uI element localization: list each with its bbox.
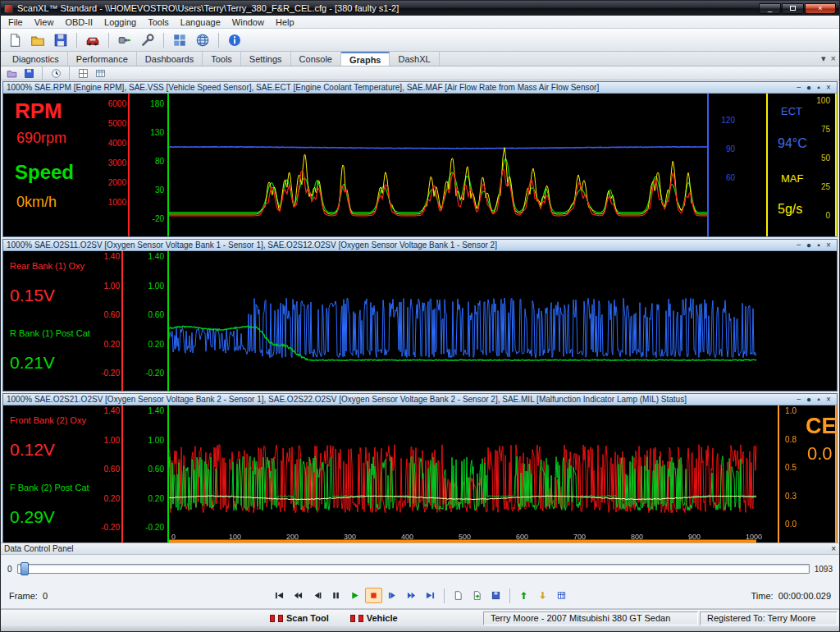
skip-end-button[interactable] — [422, 588, 439, 603]
o2s21-axis-tick: 0.60 — [104, 465, 120, 474]
o2s12-axis-tick: 0.60 — [148, 311, 164, 319]
save-graph-layout-button[interactable] — [21, 67, 36, 80]
rpm-label: RPM — [15, 98, 62, 124]
frame-slider-track[interactable] — [17, 564, 810, 574]
play-button[interactable] — [346, 588, 363, 603]
menu-item[interactable]: Window — [226, 16, 270, 28]
scan-tool-status: Scan Tool — [270, 613, 329, 623]
vehicle-label: Vehicle — [367, 613, 398, 623]
x-axis-tick: 900 — [688, 533, 701, 541]
mil-value: 0.0 — [807, 443, 833, 465]
panel-close-icon[interactable]: × — [824, 240, 833, 250]
panel-collapse-icon[interactable]: − — [794, 83, 804, 93]
o2-bank1-plot[interactable] — [169, 251, 837, 391]
rpm-speed-ect-maf-plot[interactable] — [169, 94, 707, 236]
view-tab[interactable]: Performance — [68, 52, 137, 66]
panel-restore-icon[interactable]: ● — [804, 240, 814, 250]
save-log-button[interactable] — [487, 588, 504, 603]
o2-bank2-mil-plot[interactable] — [169, 405, 776, 545]
scan-tool-led-icon — [270, 615, 275, 622]
data-control-close-icon[interactable]: × — [831, 544, 836, 553]
panel-restore-icon[interactable]: ● — [804, 83, 814, 93]
maf-axis-tick: 0 — [825, 212, 830, 220]
menu-item[interactable]: Help — [270, 16, 300, 28]
download-data-button[interactable] — [534, 588, 551, 603]
export-log-button[interactable] — [468, 588, 486, 603]
menu-item[interactable]: View — [29, 16, 60, 28]
step-forward-button[interactable] — [384, 588, 401, 603]
view-tab[interactable]: Tools — [203, 52, 241, 66]
view-tab[interactable]: Diagnostics — [4, 52, 68, 66]
panel-close-icon[interactable]: × — [824, 395, 833, 405]
graph-panel-o2-bank1: 1000% SAE.O2S11.O2SV [Oxygen Sensor Volt… — [2, 239, 838, 392]
mil-axis-tick: 0.0 — [785, 520, 797, 529]
maf-axis-tick: 25 — [821, 183, 830, 191]
vehicle-car-button[interactable] — [82, 30, 103, 50]
rewind-button[interactable] — [290, 588, 307, 603]
o2s12-axis-tick: -0.20 — [145, 369, 164, 378]
panel-close-icon[interactable]: × — [824, 83, 833, 93]
x-axis-tick: 1000 — [746, 533, 762, 541]
history-clock-button[interactable] — [48, 67, 63, 80]
grid-layout-button[interactable] — [75, 67, 90, 80]
new-file-button[interactable] — [4, 30, 25, 50]
maf-label: MAF — [781, 172, 803, 185]
maf-axis-tick: 50 — [821, 154, 830, 163]
panel-restore-icon[interactable]: ● — [804, 395, 814, 405]
close-button[interactable]: × — [805, 3, 836, 14]
o2s21-label: Front Bank (2) Oxy — [10, 415, 86, 425]
mil-axis-line — [778, 405, 779, 545]
view-tab[interactable]: DashXL — [390, 52, 439, 66]
data-control-panel-header: Data Control Panel × — [1, 543, 839, 555]
language-globe-button[interactable] — [192, 30, 213, 50]
o2s11-axis-line — [121, 251, 123, 391]
window-bottom-edge — [1, 626, 839, 632]
rpm-axis-tick: 1000 — [108, 199, 126, 207]
frame-slider-thumb[interactable] — [21, 562, 29, 575]
panel-collapse-icon[interactable]: − — [794, 395, 804, 405]
step-back-button[interactable] — [308, 588, 326, 603]
menu-item[interactable]: Language — [175, 16, 226, 28]
menu-item[interactable]: Logging — [98, 16, 142, 28]
view-tab[interactable]: Graphs — [341, 52, 390, 66]
menu-bar: FileViewOBD-IILoggingToolsLanguageWindow… — [1, 16, 839, 29]
maximize-icon — [790, 6, 796, 11]
panel3-body: Front Bank (2) Oxy 0.12V F Bank (2) Post… — [3, 405, 837, 545]
view-tab[interactable]: Settings — [241, 52, 291, 66]
stop-button[interactable] — [365, 588, 382, 603]
about-info-button[interactable] — [224, 30, 245, 50]
panel2-title: 1000% SAE.O2S11.O2SV [Oxygen Sensor Volt… — [7, 240, 794, 250]
panel-minimize-icon[interactable]: ▪ — [814, 240, 824, 250]
connect-interface-button[interactable] — [114, 30, 135, 50]
panel-minimize-icon[interactable]: ▪ — [814, 395, 824, 405]
scan-tools-button[interactable] — [137, 30, 158, 50]
save-file-button[interactable] — [50, 30, 71, 50]
chevron-down-icon[interactable]: ▾ — [821, 53, 826, 64]
panel-minimize-icon[interactable]: ▪ — [814, 83, 824, 93]
vehicle-led-icon — [350, 615, 355, 622]
menu-item[interactable]: Tools — [142, 16, 175, 28]
new-log-button[interactable] — [450, 588, 467, 603]
data-grid-button[interactable] — [553, 588, 570, 603]
tabbar-close-icon[interactable]: × — [831, 53, 836, 64]
maximize-button[interactable] — [782, 3, 804, 14]
vehicle-led-icon — [358, 615, 363, 622]
minimize-button[interactable]: _ — [759, 3, 781, 14]
upload-data-button[interactable] — [515, 588, 532, 603]
skip-start-button[interactable] — [271, 588, 288, 603]
menu-item[interactable]: File — [2, 16, 29, 28]
o2s12-label: R Bank (1) Post Cat — [10, 328, 90, 338]
fast-forward-button[interactable] — [403, 588, 420, 603]
open-graph-layout-button[interactable] — [4, 67, 19, 80]
menu-item[interactable]: OBD-II — [59, 16, 98, 28]
panel-collapse-icon[interactable]: − — [794, 240, 804, 250]
o2s12-axis: 1.401.000.600.20-0.20 — [126, 253, 164, 378]
window-layout-button[interactable] — [169, 30, 190, 50]
pause-button[interactable] — [327, 588, 345, 603]
view-tab[interactable]: Console — [291, 52, 341, 66]
data-table-button[interactable] — [93, 67, 107, 80]
view-tab[interactable]: Dashboards — [137, 52, 203, 66]
speed-axis-tick: 180 — [150, 100, 164, 108]
vehicle-info-cell: Terry Moore - 2007 Mitsubishi 380 GT Sed… — [483, 611, 698, 625]
open-file-button[interactable] — [27, 30, 48, 50]
